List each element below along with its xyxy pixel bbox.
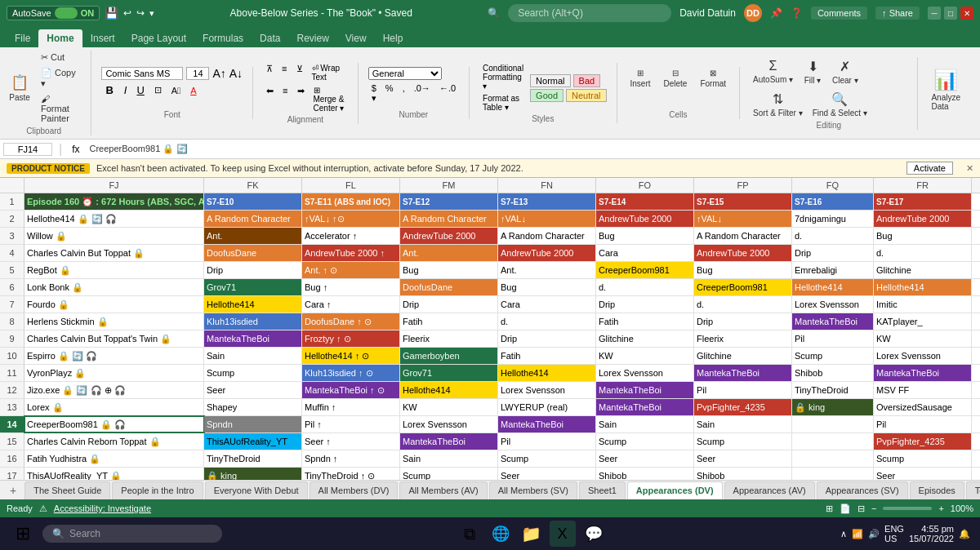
cell-s15[interactable]	[972, 433, 980, 450]
sheet-tab-intro[interactable]: People in the Intro	[112, 481, 203, 499]
delete-btn[interactable]: ⊟ Delete	[661, 67, 691, 90]
autosave-badge[interactable]: AutoSave ON	[7, 6, 100, 20]
search-bar[interactable]: Search (Alt+Q)	[508, 4, 671, 22]
cell-fp5[interactable]: Bug	[694, 262, 792, 278]
cell-fr17[interactable]: Seer	[874, 468, 972, 480]
cell-fn11[interactable]: Hellothe414	[498, 365, 596, 381]
cut-btn[interactable]: ✂ Cut	[36, 51, 81, 64]
cell-fn13[interactable]: LWYERUP (real)	[498, 399, 596, 415]
cell-fp10[interactable]: Glitchine	[694, 348, 792, 364]
cell-fp4[interactable]: AndrewTube 2000	[694, 245, 792, 261]
find-select-btn[interactable]: 🔍 Find & Select ▾	[809, 90, 871, 119]
insert-btn[interactable]: ⊞ Insert	[627, 67, 654, 90]
cell-fp6[interactable]: CreeperBoom981	[694, 279, 792, 295]
minimize-btn[interactable]: ─	[928, 7, 941, 20]
cell-fk15[interactable]: ThisAUofReality_YT	[204, 433, 302, 450]
cell-fj5[interactable]: RegBot 🔒	[24, 262, 204, 278]
row-num-1[interactable]: 1	[0, 193, 24, 210]
cell-fo8[interactable]: Fatih	[596, 313, 694, 330]
col-header-s[interactable]: S	[972, 178, 980, 193]
cell-fj11[interactable]: VyronPlayz 🔒	[24, 365, 204, 381]
cell-fk6[interactable]: Grov71	[204, 279, 302, 295]
cell-fm5[interactable]: Bug	[400, 262, 498, 278]
col-header-fm[interactable]: FM	[400, 178, 498, 193]
font-color-btn[interactable]: A	[187, 85, 199, 96]
tab-review[interactable]: Review	[288, 29, 336, 47]
cell-fj13[interactable]: Lorex 🔒	[24, 399, 204, 415]
format-table-btn[interactable]: Format asTable ▾	[479, 93, 527, 113]
cell-fl11[interactable]: Kluh13isdied ↑ ⊙	[302, 365, 400, 381]
col-header-fr[interactable]: FR	[874, 178, 972, 193]
cell-fn12[interactable]: Lorex Svensson	[498, 382, 596, 398]
analyze-btn[interactable]: 📊 AnalyzeData	[928, 67, 964, 113]
cell-fp7[interactable]: d.	[694, 296, 792, 313]
accessibility-status[interactable]: Accessibility: Investigate	[54, 503, 151, 513]
cell-fn8[interactable]: d.	[498, 313, 596, 330]
cell-fr5[interactable]: Glitchine	[874, 262, 972, 278]
taskbar-search[interactable]: 🔍 Search	[42, 525, 222, 543]
user-avatar[interactable]: DD	[744, 4, 762, 22]
cell-fm6[interactable]: DoofusDane	[400, 279, 498, 295]
autosum-btn[interactable]: Σ AutoSum ▾	[750, 57, 796, 86]
format-btn[interactable]: ⊠ Format	[697, 67, 729, 90]
underline-btn[interactable]: U	[133, 83, 147, 97]
cell-fm8[interactable]: Fatih	[400, 313, 498, 330]
cell-fp9[interactable]: Fleerix	[694, 330, 792, 347]
cell-fr8[interactable]: KATplayer_	[874, 313, 972, 330]
cell-fl15[interactable]: Seer ↑	[302, 433, 400, 450]
row-num-15[interactable]: 15	[0, 433, 24, 450]
cell-fq3[interactable]: d.	[792, 228, 874, 244]
cell-fj9[interactable]: Charles Calvin But Toppat's Twin 🔒	[24, 330, 204, 347]
cell-fl2[interactable]: ↑VAL↓ ↑⊙	[302, 211, 400, 227]
cell-fj10[interactable]: Espirro 🔒 🔄 🎧	[24, 348, 204, 364]
align-right-btn[interactable]: ➡	[294, 85, 308, 113]
cell-fk3[interactable]: Ant.	[204, 228, 302, 244]
cell-fl17[interactable]: TinyTheDroid ↑ ⊙	[302, 468, 400, 480]
cell-fq12[interactable]: TinyTheDroid	[792, 382, 874, 398]
row-num-7[interactable]: 7	[0, 296, 24, 313]
cell-fq2[interactable]: 7dnigamingu	[792, 211, 874, 227]
cell-fk7[interactable]: Hellothe414	[204, 296, 302, 313]
cell-fj12[interactable]: Jizo.exe 🔒 🔄 🎧 ⊕ 🎧	[24, 382, 204, 398]
cell-fn17[interactable]: Seer	[498, 468, 596, 480]
cell-fm9[interactable]: Fleerix	[400, 330, 498, 347]
align-bot-btn[interactable]: ⊻	[293, 63, 306, 82]
row-num-13[interactable]: 13	[0, 399, 24, 415]
sheet-tab-teleportation[interactable]: Teleportation	[966, 481, 980, 499]
cell-fq1[interactable]: S7-E16	[792, 193, 874, 210]
cell-fo17[interactable]: Shibob	[596, 468, 694, 480]
cell-fp16[interactable]: Seer	[694, 450, 792, 467]
cell-fm13[interactable]: KW	[400, 399, 498, 415]
comments-btn[interactable]: Comments	[811, 7, 867, 20]
tab-data[interactable]: Data	[252, 29, 288, 47]
cell-fr1[interactable]: S7-E17	[874, 193, 972, 210]
cell-fr10[interactable]: Lorex Svensson	[874, 348, 972, 364]
cell-fo2[interactable]: AndrewTube 2000	[596, 211, 694, 227]
row-num-17[interactable]: 17	[0, 468, 24, 480]
activate-button[interactable]: Activate	[906, 162, 953, 175]
cell-fr7[interactable]: Imitic	[874, 296, 972, 313]
bold-btn[interactable]: B	[101, 82, 117, 98]
percent-btn[interactable]: %	[382, 82, 397, 104]
cell-fm15[interactable]: MantekaTheBoi	[400, 433, 498, 450]
increase-font-btn[interactable]: A↑	[212, 67, 225, 80]
sheet-tab-members-dv[interactable]: All Members (DV)	[310, 481, 399, 499]
cell-fo4[interactable]: Cara	[596, 245, 694, 261]
spreadsheet-container[interactable]: FJ FK FL FM FN FO FP FQ FR S 1 Episode 1…	[0, 178, 980, 480]
row-num-14[interactable]: 14	[0, 416, 24, 432]
cell-fn15[interactable]: Pil	[498, 433, 596, 450]
copy-btn[interactable]: 📄 Copy ▾	[36, 66, 81, 91]
cell-s10[interactable]	[972, 348, 980, 364]
cell-fk16[interactable]: TinyTheDroid	[204, 450, 302, 467]
cell-fl7[interactable]: Cara ↑	[302, 296, 400, 313]
col-header-fl[interactable]: FL	[302, 178, 400, 193]
volume-icon[interactable]: 🔊	[868, 529, 880, 539]
row-num-6[interactable]: 6	[0, 279, 24, 295]
cell-fk1[interactable]: S7-E10	[204, 193, 302, 210]
sheet-tab-members-av[interactable]: All Members (AV)	[399, 481, 487, 499]
cell-reference-input[interactable]	[3, 143, 52, 156]
cell-fr3[interactable]: Bug	[874, 228, 972, 244]
bad-style[interactable]: Bad	[573, 74, 601, 87]
cell-fn10[interactable]: Fatih	[498, 348, 596, 364]
cell-fn1[interactable]: S7-E13	[498, 193, 596, 210]
